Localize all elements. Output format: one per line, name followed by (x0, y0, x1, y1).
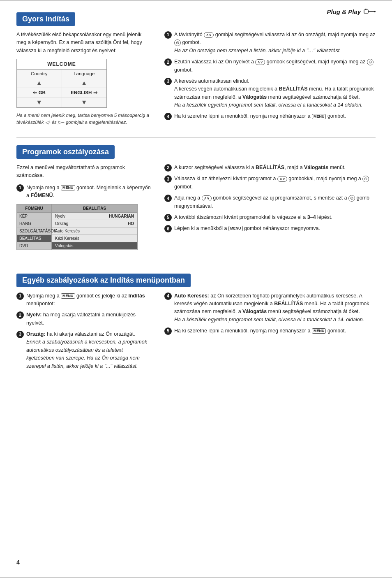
section3-item3: 3 Ország: ha ki akarja választani az Ön … (16, 330, 152, 370)
sec2-step-num-3: 3 (164, 175, 172, 183)
section2-step3: 3 Válassza ki az áthelyezni kívánt progr… (164, 175, 376, 191)
section2-step5: 5 A további átszámozni kívánt programokk… (164, 214, 376, 221)
menu-right-auto: Auto Keresés (52, 227, 137, 235)
sec2-step3-text: Válassza ki az áthelyezni kívánt program… (174, 175, 376, 191)
sec2-step1-text: Nyomja meg a MENU gombot. Megjelenik a k… (26, 184, 152, 200)
menu-right-kezi: Kézi Keresés (52, 235, 137, 242)
sec3-item2-text: Nyelv: ha meg akarja változtatni a menük… (26, 311, 152, 327)
left-arrow-icon: ⇐ (33, 90, 37, 95)
sec2-step-num-5: 5 (164, 214, 172, 221)
section2-step2: 2 A kurzor segítségével válassza ki a BE… (164, 164, 376, 172)
section1-step4: 4 Ha ki szeretne lépni a menükből, nyomj… (164, 112, 376, 120)
section1-step1: 1 A távirányító ∧∨ gombjai segítségével … (164, 31, 376, 55)
beallitas-header: BEÁLLÍTÁS (52, 204, 137, 213)
language-value: ENGLISH (71, 90, 92, 95)
menu-item-hang: HANG (17, 220, 51, 227)
section-egyeb: Egyéb szabályozások az Indítás menüpontb… (16, 274, 376, 374)
orszag-label: Ország (55, 221, 68, 226)
sec3-item3-text: Ország: ha ki akarja választani az Ön or… (26, 330, 152, 370)
sec2-step6-text: Lépjen ki a menükből a MENU gombot néhán… (174, 225, 376, 232)
page-number: 4 (16, 559, 20, 566)
sec2-step4-text: Adja meg a ∧∨ gombok segítségével az új … (174, 194, 376, 210)
up-arrow-country: ▲ (36, 79, 42, 87)
menu-item-beallitas: BEÁLLÍTÁS (17, 235, 51, 242)
menu-item-dvd: DVD (17, 242, 51, 250)
country-value: GB (39, 90, 46, 95)
remote-menu-btn3: MENU (228, 226, 243, 231)
welcome-col1-label: Country (17, 70, 62, 78)
remote-menu-btn2: MENU (61, 185, 75, 190)
sec3-item5-text: Ha ki szeretne lépni a menükből, nyomja … (174, 327, 376, 335)
fomenu-header: FŐMENÜ (17, 204, 51, 213)
sec3-item1-text: Nyomja meg a MENU gombot és jelölje ki a… (26, 292, 152, 308)
sec2-step-num-6: 6 (164, 225, 172, 232)
section1-intro: A tévékészülék első bekapcsolásakor egy … (16, 31, 152, 55)
section3-item5: 5 Ha ki szeretne lépni a menükből, nyomj… (164, 327, 376, 335)
nyelv-label: Nyelv (55, 214, 65, 218)
sec2-step5-text: A további átszámozni kívánt programokkal… (174, 214, 376, 221)
remote-menu-btn5: MENU (312, 328, 326, 334)
menu-left-panel: FŐMENÜ KÉP HANG SZOLGÁLTATÁSOK BEÁLLÍTÁS… (17, 204, 52, 250)
up-arrow-language: ▲ (81, 79, 88, 87)
menu-mockup: FŐMENÜ KÉP HANG SZOLGÁLTATÁSOK BEÁLLÍTÁS… (16, 204, 138, 250)
menu-item-szolgaltatasok: SZOLGÁLTATÁSOK (17, 227, 51, 235)
sec3-num-5: 5 (164, 327, 172, 335)
step-num-4: 4 (164, 113, 172, 120)
sec2-step2-text: A kurzor segítségével válassza ki a BEÁL… (174, 164, 376, 172)
section2-intro: Ezzel a menüvel megváltoztatható a progr… (16, 164, 152, 180)
step3-text: A keresés automatikusan elindul. A keres… (174, 77, 376, 109)
svg-rect-0 (364, 10, 368, 13)
welcome-down-arrow-col2: ▼ (62, 97, 107, 107)
step1-text: A távirányító ∧∨ gombjai segítségével vá… (174, 31, 376, 55)
sec3-num-1: 1 (16, 292, 24, 300)
plug-icon (363, 7, 376, 16)
step2-text: Ezután válassza ki az Ön nyelvét a ∧∨ go… (174, 58, 376, 74)
section3-item2: 2 Nyelv: ha meg akarja változtatni a men… (16, 311, 152, 327)
remote-up-down-btn1: ∧∨ (204, 32, 214, 38)
section3-right: 4 Auto Keresés: az Ön körzetében fogható… (164, 292, 376, 374)
remote-menu-btn1: MENU (312, 114, 326, 119)
sec2-step-num-1: 1 (16, 184, 24, 192)
welcome-down-arrow-col1: ▼ (17, 97, 62, 107)
section3-left: 1 Nyomja meg a MENU gombot és jelölje ki… (16, 292, 152, 374)
section1-step3: 3 A keresés automatikusan elindul. A ker… (164, 77, 376, 109)
sec3-item4-text: Auto Keresés: az Ön körzetében fogható p… (174, 292, 376, 324)
sec2-step-num-4: 4 (164, 195, 172, 202)
remote-ok-btn1: ⊙ (174, 39, 181, 46)
nyelv-value: HUNGARIAN (109, 214, 134, 218)
kezi-label: Kézi Keresés (55, 236, 79, 241)
section1-title: Gyors indítás (16, 12, 75, 26)
orszag-value: HO (128, 221, 134, 226)
remote-up-down-btn3: ∧∨ (277, 176, 287, 182)
welcome-value-language: ENGLISH ⇒ (62, 88, 107, 97)
remote-ok-btn3: ⊙ (362, 176, 369, 182)
section-programok: Programok osztályozása Ezzel a menüvel m… (16, 145, 376, 254)
remote-ok-btn4: ⊙ (348, 195, 355, 202)
section1-right: 1 A távirányító ∧∨ gombjai segítségével … (164, 31, 376, 126)
right-arrow-icon: ⇒ (93, 90, 97, 95)
menu-right-valogatas: Válogatás (52, 242, 137, 250)
welcome-value-country: ⇐ GB (17, 88, 62, 97)
step-num-3: 3 (164, 78, 172, 85)
section2-step6: 6 Lépjen ki a menükből a MENU gombot néh… (164, 225, 376, 232)
step4-text: Ha ki szeretne lépni a menükből, nyomja … (174, 112, 376, 120)
plug-play-text: Plug & Play (327, 8, 361, 15)
section2-step1: 1 Nyomja meg a MENU gombot. Megjelenik a… (16, 184, 152, 200)
welcome-header: WELCOME (17, 59, 106, 70)
section-gyors-inditas: Gyors indítás A tévékészülék első bekapc… (16, 12, 376, 126)
auto-label: Auto Keresés (55, 229, 80, 233)
section2-title: Programok osztályozása (16, 145, 115, 159)
step-num-1: 1 (164, 31, 172, 39)
section2-right: 2 A kurzor segítségével válassza ki a BE… (164, 164, 376, 254)
welcome-col2-label: Language (62, 70, 107, 78)
section3-title: Egyéb szabályozások az Indítás menüpontb… (16, 274, 191, 287)
down-arrow-language: ▼ (81, 98, 88, 106)
section3-item4: 4 Auto Keresés: az Ön körzetében fogható… (164, 292, 376, 324)
remote-up-down-btn4: ∧∨ (202, 195, 212, 201)
remote-ok-btn2: ⊙ (367, 59, 374, 65)
section1-left: A tévékészülék első bekapcsolásakor egy … (16, 31, 152, 126)
section1-italic-note: Ha a menü nem jelenik meg, tartsa benyom… (16, 112, 152, 126)
svg-point-2 (374, 11, 376, 12)
valogatas-label: Válogatás (55, 244, 73, 248)
section2-left: Ezzel a menüvel megváltoztatható a progr… (16, 164, 152, 254)
